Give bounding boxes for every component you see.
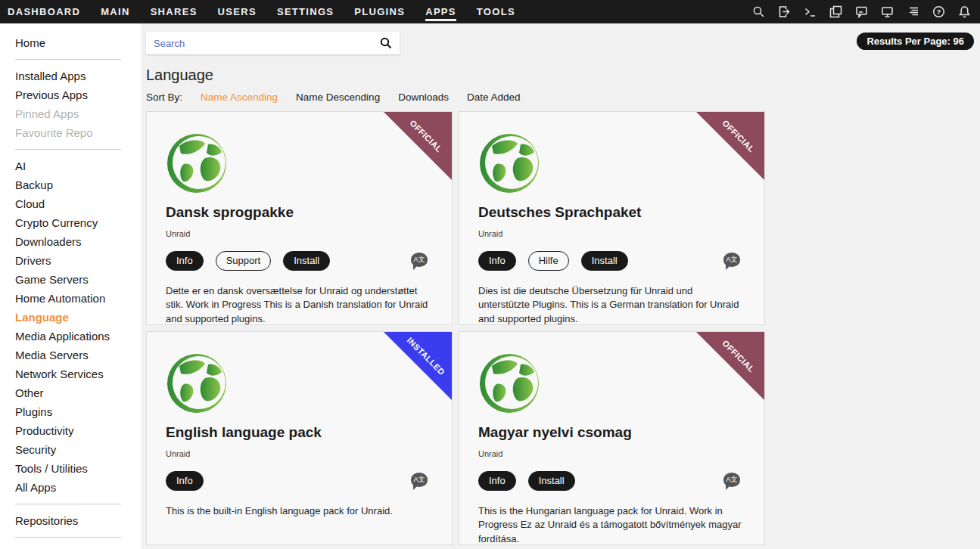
official-ribbon: OFFICIAL [696,332,764,400]
ribbon-label: OFFICIAL [713,111,764,162]
sidebar-divider [15,504,121,504]
sidebar-item-home[interactable]: Home [0,33,141,52]
app-description: This is the built-in English language pa… [166,504,429,519]
sidebar-divider [15,149,121,150]
page-title: Language [146,67,974,84]
sidebar-item-network-services[interactable]: Network Services [0,364,141,383]
sign-out-icon[interactable] [778,5,791,18]
sort-bar: Sort By: Name Ascending Name Descending … [146,92,974,103]
info-button[interactable]: Info [166,251,204,271]
install-button[interactable]: Install [283,251,330,271]
sidebar-item-downloaders[interactable]: Downloaders [0,232,141,251]
sidebar-item-drivers[interactable]: Drivers [0,251,141,270]
sidebar-item-all-apps[interactable]: All Apps [0,478,141,497]
svg-text:?: ? [937,8,941,16]
search-box [146,32,400,54]
app-card-grid: OFFICIAL Dansk sprogpakke Unraid Info Su… [146,111,974,545]
app-card-deutsches-sprachpaket: OFFICIAL Deutsches Sprachpaket Unraid In… [459,111,765,325]
sidebar-item-favourite-repo: Favourite Repo [0,123,141,142]
sidebar-item-game-servers[interactable]: Game Servers [0,270,141,289]
sidebar-item-installed-apps[interactable]: Installed Apps [0,67,141,85]
log-icon[interactable] [907,5,919,18]
official-ribbon: OFFICIAL [696,112,764,180]
globe-icon [166,132,228,194]
sort-option-name-ascending[interactable]: Name Ascending [201,92,278,103]
translate-icon: A文 [723,473,740,487]
sidebar-item-media-servers[interactable]: Media Servers [0,346,141,364]
installed-ribbon: INSTALLED [384,332,452,400]
bell-icon[interactable] [958,5,971,18]
sidebar-item-ai[interactable]: AI [0,157,141,175]
sidebar-item-cloud[interactable]: Cloud [0,194,141,213]
app-title[interactable]: English language pack [166,424,429,441]
main-content: Results Per Page: 96 Language Sort By: N… [141,23,980,549]
app-card-magyar-nyelvi-csomag: OFFICIAL Magyar nyelvi csomag Unraid Inf… [459,331,765,545]
sidebar-item-plugins[interactable]: Plugins [0,402,141,421]
top-navbar: Dashboard Main Shares Users Settings Plu… [0,0,980,23]
search-icon[interactable] [752,5,765,18]
install-button[interactable]: Install [528,471,575,491]
sort-by-label: Sort By: [146,92,182,103]
info-button[interactable]: Info [478,471,516,491]
official-ribbon: OFFICIAL [384,112,452,180]
globe-icon [478,132,540,194]
support-button[interactable]: Hilfe [528,251,569,271]
sidebar-item-crypto-currency[interactable]: Crypto Currency [0,213,141,232]
nav-tab-main[interactable]: Main [101,2,129,21]
nav-tab-plugins[interactable]: Plugins [354,2,405,21]
help-icon[interactable]: ? [932,5,945,18]
sort-option-downloads[interactable]: Downloads [398,92,449,103]
info-button[interactable]: Info [166,471,204,491]
nav-tab-dashboard[interactable]: Dashboard [8,2,80,21]
nav-tab-shares[interactable]: Shares [151,2,198,21]
feedback-icon[interactable] [855,5,868,18]
translate-icon: A文 [411,253,428,267]
sidebar-item-pinned-apps: Pinned Apps [0,104,141,123]
ribbon-label: INSTALLED [400,331,452,382]
sidebar-item-previous-apps[interactable]: Previous Apps [0,85,141,104]
app-author: Unraid [478,449,742,458]
sort-option-name-descending[interactable]: Name Descending [296,92,380,103]
sidebar-item-productivity[interactable]: Productivity [0,421,141,440]
sidebar-item-other[interactable]: Other [0,383,141,402]
sort-option-date-added[interactable]: Date Added [467,92,521,103]
app-author: Unraid [166,449,429,458]
app-description: This is the Hungarian language pack for … [478,504,742,545]
sidebar-item-home-automation[interactable]: Home Automation [0,289,141,308]
sidebar-divider [15,59,121,60]
sidebar-item-backup[interactable]: Backup [0,175,141,194]
sidebar-item-security[interactable]: Security [0,440,141,459]
info-button[interactable]: Info [478,251,516,271]
globe-icon [166,352,228,414]
sidebar-item-repositories[interactable]: Repositories [0,511,141,530]
app-card-dansk-sprogpakke: OFFICIAL Dansk sprogpakke Unraid Info Su… [146,111,453,325]
sidebar-item-settings[interactable]: Settings [0,544,141,549]
search-submit-icon[interactable] [380,37,392,49]
install-button[interactable]: Install [581,251,628,271]
app-description: Dies ist die deutsche Übersetzung für Un… [478,284,742,325]
copy-icon[interactable] [829,5,842,18]
search-input[interactable] [154,38,380,49]
translate-icon: A文 [723,253,740,267]
nav-menu: Dashboard Main Shares Users Settings Plu… [8,2,515,21]
support-button[interactable]: Support [216,251,272,271]
nav-tab-settings[interactable]: Settings [277,2,334,21]
sidebar-item-media-applications[interactable]: Media Applications [0,327,141,346]
nav-icon-bar: ? [752,5,972,18]
ribbon-label: OFFICIAL [400,111,452,162]
sidebar-item-tools-utilities[interactable]: Tools / Utilities [0,459,141,478]
globe-icon [478,352,540,414]
nav-tab-users[interactable]: Users [218,2,257,21]
app-title[interactable]: Dansk sprogpakke [166,204,429,221]
sidebar-item-language[interactable]: Language [0,308,141,327]
app-description: Dette er en dansk oversættelse for Unrai… [166,284,429,325]
app-title[interactable]: Magyar nyelvi csomag [478,424,742,441]
sidebar: Home Installed Apps Previous Apps Pinned… [0,23,141,549]
app-title[interactable]: Deutsches Sprachpaket [478,204,742,221]
terminal-icon[interactable] [804,5,817,18]
nav-tab-apps[interactable]: Apps [425,2,456,21]
nav-tab-tools[interactable]: Tools [477,2,515,21]
app-author: Unraid [166,229,429,238]
results-per-page-badge[interactable]: Results Per Page: 96 [857,33,974,50]
display-icon[interactable] [881,5,894,18]
